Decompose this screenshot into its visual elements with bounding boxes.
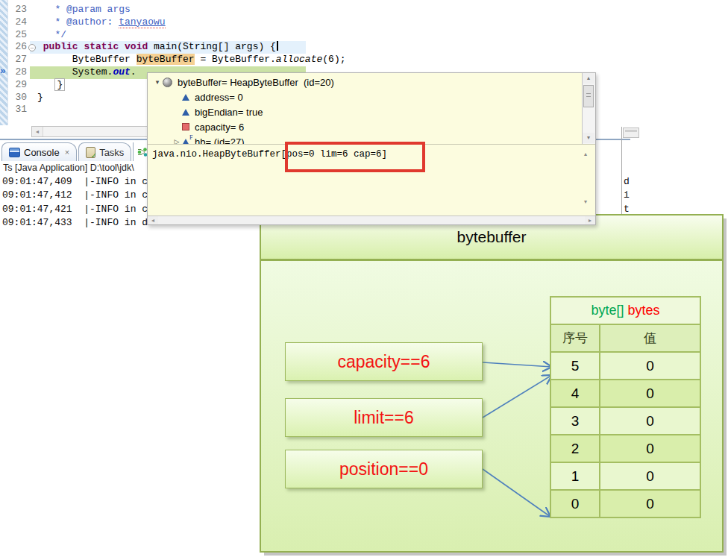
console-icon <box>9 148 20 157</box>
tab-console[interactable]: Console × <box>1 142 77 161</box>
scroll-left-icon[interactable]: ◂ <box>32 127 43 136</box>
code-text: public static void main(String[] args) { <box>30 41 306 54</box>
code-text: ByteBuffer byteBuffer = ByteBuffer.alloc… <box>30 54 346 66</box>
private-field-icon <box>182 123 189 130</box>
variable-tree-row[interactable]: capacity= 6 <box>148 119 582 134</box>
diagram-body: capacity==6limit==6position==0 byte[] by… <box>261 261 722 551</box>
line-number: 30 <box>7 92 30 104</box>
bytes-table: byte[] bytes 序号 值 504030201000 <box>550 296 701 518</box>
scrollbar-fragment[interactable] <box>623 128 639 138</box>
console-output[interactable]: 09:01:47,409 |-INFO in c09:01:47,412 |-I… <box>2 175 148 230</box>
index-cell: 0 <box>550 490 600 517</box>
log-line: 09:01:47,409 |-INFO in c <box>2 175 148 189</box>
scroll-right-icon[interactable]: ▸ <box>585 216 595 224</box>
popup-tree-scrollbar[interactable]: ▴ ▾ <box>582 73 595 144</box>
scroll-down-icon[interactable]: ▾ <box>584 198 587 205</box>
index-cell: 5 <box>550 352 600 380</box>
log-line-fragment: i <box>624 189 630 202</box>
console-process-title: Ts [Java Application] D:\tool\jdk\ <box>3 163 134 173</box>
editor-line[interactable]: 24 * @author: tanyaowu <box>7 16 306 29</box>
line-number: 23 <box>7 4 30 16</box>
index-cell: 4 <box>550 380 600 407</box>
index-cell: 1 <box>550 462 600 490</box>
detail-class-name: java.nio.HeapByteBuffer <box>152 149 281 160</box>
scroll-up-icon[interactable]: ▴ <box>584 151 587 157</box>
variable-tree: ▾byteBuffer= HeapByteBuffer (id=20)addre… <box>148 75 582 144</box>
editor-line[interactable]: 27 ByteBuffer byteBuffer = ByteBuffer.al… <box>7 54 306 66</box>
value-cell: 0 <box>600 490 700 517</box>
scroll-up-icon[interactable]: ▴ <box>583 73 594 84</box>
table-row: 40 <box>550 380 700 407</box>
tasks-icon: ✓ <box>86 147 95 158</box>
detail-scroll-arrows: ▴ ▾ <box>583 145 594 215</box>
table-row: 00 <box>550 490 700 517</box>
line-number: 29 <box>7 79 30 92</box>
line-number: 25 <box>7 29 30 42</box>
table-row: 20 <box>550 435 700 462</box>
scroll-down-icon[interactable]: ▾ <box>583 133 594 143</box>
variable-tree-row[interactable]: bigEndian= true <box>148 104 582 119</box>
index-cell: 2 <box>550 435 600 462</box>
log-line-fragment: d <box>624 175 630 189</box>
field-icon <box>182 109 189 116</box>
column-header-value: 值 <box>600 324 700 352</box>
line-number: 27 <box>7 54 30 66</box>
scrollbar-thumb[interactable] <box>583 85 594 107</box>
label-box-limit: limit==6 <box>285 398 483 437</box>
variable-tree-row[interactable]: ▾byteBuffer= HeapByteBuffer (id=20) <box>148 75 582 89</box>
field-icon <box>182 94 189 101</box>
label-box-capacity: capacity==6 <box>285 342 483 381</box>
variable-tree-row[interactable]: address= 0 <box>148 89 582 104</box>
variable-label: capacity= 6 <box>195 122 244 133</box>
variable-label: bigEndian= true <box>195 107 263 118</box>
editor-line[interactable]: 26– public static void main(String[] arg… <box>7 41 306 54</box>
scroll-left-icon[interactable]: ◂ <box>148 216 158 224</box>
label-box-position: position==0 <box>285 450 483 488</box>
table-caption: byte[] bytes <box>550 297 700 324</box>
line-number: 24 <box>7 16 30 29</box>
table-row: 50 <box>550 352 700 380</box>
close-icon[interactable]: × <box>65 148 69 157</box>
log-line: 09:01:47,412 |-INFO in c <box>2 189 148 202</box>
console-tabbar: Console × ✓ Tasks <box>1 142 151 161</box>
expander-icon[interactable]: ▾ <box>152 78 163 86</box>
value-cell: 0 <box>600 462 700 490</box>
popup-horizontal-scrollbar[interactable]: ◂ ▸ <box>148 215 595 224</box>
value-cell: 0 <box>600 380 700 407</box>
debug-instruction-pointer-icon: » <box>0 66 10 77</box>
object-icon <box>163 78 172 87</box>
expander-icon[interactable]: ▷ <box>172 138 182 144</box>
line-number: 26 <box>7 41 30 54</box>
log-line: 09:01:47,421 |-INFO in c <box>2 203 148 216</box>
tab-tasks-label: Tasks <box>99 147 124 158</box>
index-cell: 3 <box>550 407 600 435</box>
variable-label: address= 0 <box>195 92 243 103</box>
highlight-red-box <box>285 142 425 172</box>
log-line: 09:01:47,433 |-INFO in d <box>2 216 148 230</box>
editor-line[interactable]: 23 * @param args <box>7 4 306 16</box>
value-cell: 0 <box>600 407 700 435</box>
variable-label: byteBuffer= HeapByteBuffer (id=20) <box>178 77 334 88</box>
value-cell: 0 <box>600 435 700 462</box>
debug-inspect-popup: ▾byteBuffer= HeapByteBuffer (id=20)addre… <box>147 72 596 225</box>
variable-label: hb= (id=27) <box>195 136 245 145</box>
code-text: * @author: tanyaowu <box>30 16 306 29</box>
editor-line[interactable]: 25 */ <box>7 29 306 42</box>
column-header-index: 序号 <box>550 324 600 352</box>
code-text: * @param args <box>30 4 306 16</box>
line-number: 28 <box>7 66 30 79</box>
line-number: 31 <box>7 104 30 116</box>
table-row: 30 <box>550 407 700 435</box>
field-icon: F <box>182 139 189 145</box>
bytebuffer-diagram: bytebuffer capacity==6limit==6position==… <box>260 214 724 553</box>
tab-console-label: Console <box>24 147 60 158</box>
table-row: 10 <box>550 462 700 490</box>
value-cell: 0 <box>600 352 700 380</box>
tab-tasks[interactable]: ✓ Tasks <box>78 142 131 161</box>
screenshot-root: » 23 * @param args24 * @author: tanyaowu… <box>0 0 728 560</box>
code-text: */ <box>30 29 306 42</box>
